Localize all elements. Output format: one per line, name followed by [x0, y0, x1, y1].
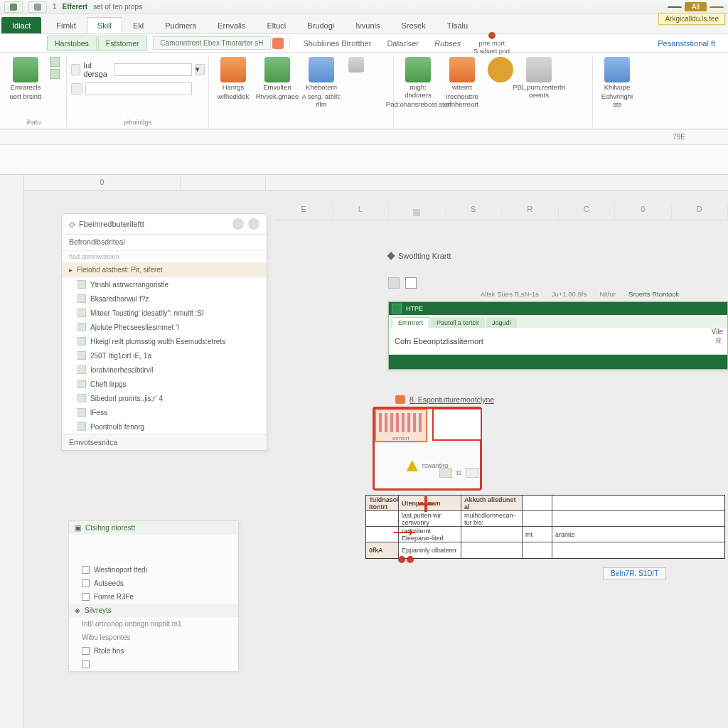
list-item[interactable]: Cheft lirpgs — [62, 377, 267, 391]
col-C[interactable]: C — [559, 205, 616, 220]
list-item[interactable]: Ioratvinerhescibtirvil — [62, 363, 267, 377]
td[interactable]: last putten wir cemvonry — [399, 511, 461, 526]
td[interactable] — [552, 496, 724, 510]
col-R[interactable]: R — [502, 205, 559, 220]
tab-7[interactable]: Brudogi — [296, 17, 345, 33]
qat-save-icon[interactable] — [4, 1, 23, 13]
design-combo-input[interactable] — [114, 63, 192, 76]
td[interactable] — [523, 496, 552, 510]
chevron-down-icon[interactable]: ▾ — [195, 64, 204, 75]
th[interactable]: Tuidnasof Itontrt — [366, 496, 399, 510]
pane-close-icon[interactable] — [248, 218, 259, 230]
embedded-body[interactable]: Cofn Ebeonptzlisslitemort — [389, 328, 727, 355]
list-item[interactable]: Pooritnulb fennrg — [62, 419, 267, 434]
col-icon[interactable] — [389, 205, 446, 220]
small-orange-icon[interactable] — [272, 38, 284, 49]
td[interactable]: mt — [523, 527, 552, 542]
chart-btn-d[interactable] — [346, 57, 367, 73]
td[interactable]: 0fkA — [366, 542, 399, 558]
subtab-a[interactable] — [3, 40, 46, 47]
td[interactable]: aranite — [552, 527, 724, 542]
list-item[interactable]: Sibedorl prorirts:.jis,r' 4 — [62, 391, 267, 405]
options-section-b[interactable]: ◈Silvreyts — [69, 604, 238, 617]
td[interactable]: rartmiternt Eleeparar-literl — [399, 527, 461, 542]
context-tab-c[interactable] — [710, 6, 724, 8]
design-row2-input[interactable] — [85, 82, 192, 95]
list-item[interactable]: Ytnahl astrwcrrangoristle — [62, 277, 267, 291]
pane-footer[interactable]: Emvotsesnitca — [62, 434, 267, 450]
subtab-mid-c[interactable]: Rubses — [427, 36, 468, 50]
tab-6[interactable]: Eltuci — [256, 17, 296, 33]
chooser-title-text[interactable]: 8. Espontutturemootclyne — [410, 395, 494, 404]
chooser-cell-a[interactable]: etmicrt — [375, 409, 428, 442]
context-tab-a[interactable] — [668, 6, 682, 8]
list-item[interactable]: lFess — [62, 405, 267, 419]
td[interactable] — [461, 527, 523, 542]
list-item[interactable]: Miteer Tousting' idesatlly": nmultt :SI — [62, 306, 267, 320]
td[interactable] — [552, 511, 724, 526]
pane-group-header[interactable]: ▸ Fleiohd atsthest: Pir, siferet — [62, 262, 267, 277]
data-btn-b[interactable]: witeirrtIrecneuttre ofnherreort — [442, 57, 482, 109]
chooser-alt-box[interactable] — [432, 408, 482, 441]
footer-link[interactable]: Befn7R. S1DIT — [603, 567, 666, 579]
embedded-tab-b[interactable]: Pautoll a tertcir — [431, 318, 485, 328]
list-item[interactable]: 250T Itig1cirI iE, 1a — [62, 348, 267, 363]
arrange-btn[interactable]: KhilvopeEshvririghi sts — [597, 57, 637, 109]
col-L[interactable]: L — [333, 205, 390, 220]
options-item[interactable]: Fomre R3Fe — [69, 590, 238, 604]
checkbox[interactable] — [82, 566, 90, 574]
clip-small-b[interactable] — [50, 69, 60, 79]
context-tab-b[interactable]: All — [685, 2, 707, 11]
colhdr-big[interactable]: 0 — [24, 175, 181, 190]
checkbox[interactable] — [82, 593, 90, 601]
tab-9[interactable]: Sresek — [390, 17, 436, 33]
td[interactable] — [523, 542, 552, 558]
chart-btn-a[interactable]: Harirgswilhedidek — [213, 57, 253, 101]
tab-4[interactable]: Pudmers — [154, 17, 207, 33]
chart-btn-b[interactable]: EmvoltenRtvvek.gmaee — [257, 57, 297, 101]
embedded-tab-a[interactable]: Emrnrert — [392, 317, 429, 328]
options-section-a[interactable]: ▣Ctsihng ntorestt — [69, 521, 238, 535]
td[interactable] — [461, 542, 523, 558]
list-item[interactable]: Bksaredhorwul f?z — [62, 291, 267, 306]
subtab-mid-a[interactable]: Shubliines Btrotther — [296, 36, 378, 50]
row-headers[interactable] — [0, 175, 24, 728]
subtab-left-b[interactable]: Fststomer — [98, 36, 147, 51]
td[interactable] — [366, 511, 399, 526]
list-item[interactable]: Ajolute Phecseesliesmmet 'I — [62, 320, 267, 334]
tab-file[interactable]: Idiact — [1, 17, 41, 33]
embedded-titlebar[interactable]: HTPE — [389, 302, 727, 315]
options-item[interactable]: Autseeds — [69, 577, 238, 590]
td[interactable] — [523, 511, 552, 526]
mini-meta-link[interactable]: Sroerts Rtontook — [628, 290, 679, 298]
pane-settings-icon[interactable] — [232, 218, 244, 230]
clip-bigbtn-a[interactable]: Emrarecls uert brsintt — [6, 57, 46, 101]
data-btn-a[interactable]: migh: dndorersPad:onansrebost.ster — [398, 57, 438, 109]
mini-tool-a-icon[interactable] — [388, 277, 400, 289]
mini-tool-b-icon[interactable] — [405, 277, 417, 289]
qat-undo-icon[interactable] — [28, 1, 47, 13]
subtab-left-a[interactable]: Harstobes — [47, 36, 97, 51]
subtab-mid-b[interactable]: Datarlser — [380, 36, 426, 50]
chart-btn-c[interactable]: KheboternA serg. atbilt: rllm — [301, 57, 341, 109]
tab-3[interactable]: Ekl — [122, 17, 154, 33]
options-foot-a[interactable]: Rtole hns — [69, 644, 238, 658]
tab-2[interactable]: Skill — [87, 17, 122, 33]
checkbox[interactable] — [82, 660, 90, 668]
checkbox[interactable] — [82, 579, 90, 587]
col-0[interactable]: 0 — [615, 205, 672, 220]
th[interactable]: Akkuth alisdunet al — [461, 496, 523, 510]
options-item[interactable]: Westinoport ttedi — [69, 563, 238, 577]
preview-icon[interactable] — [439, 468, 452, 478]
design-name-combo[interactable]: Iul dersga ▾ — [71, 61, 205, 78]
col-E[interactable]: E — [276, 205, 333, 220]
list-item[interactable]: Hkeigl reilt plumsstig wulth Esemuds:etr… — [62, 334, 267, 348]
clip-small-a[interactable] — [50, 57, 60, 67]
td[interactable] — [552, 542, 724, 558]
td[interactable]: mulhcdlornnecan-tur bis: — [461, 511, 523, 526]
preview2-icon[interactable] — [466, 468, 478, 478]
checkbox[interactable] — [82, 647, 90, 655]
td[interactable] — [366, 527, 399, 542]
data-btn-c[interactable] — [486, 57, 515, 82]
tab-8[interactable]: Ivvunis — [345, 17, 390, 33]
